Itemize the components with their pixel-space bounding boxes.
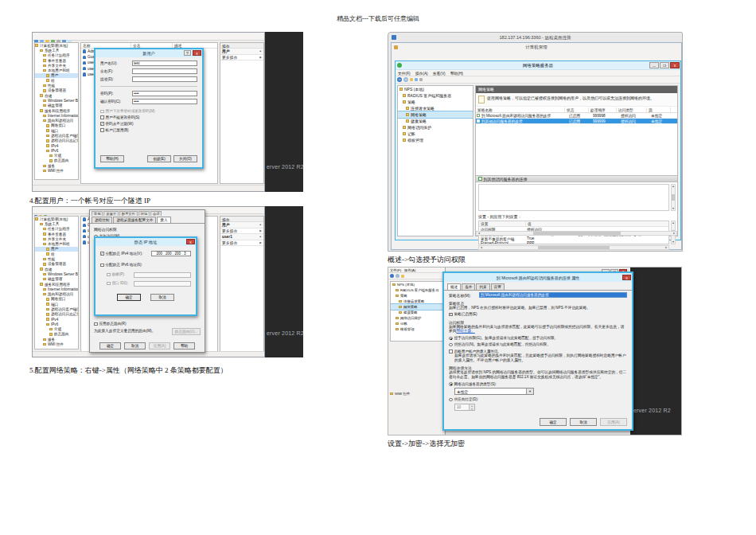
tree-item[interactable]: WMI 控件 bbox=[35, 342, 78, 346]
setting-row[interactable]: 更新不兼容的客户端 True bbox=[479, 236, 668, 241]
tree-item[interactable]: NPS (本地) bbox=[398, 86, 473, 92]
menu-item[interactable]: 文件(F) bbox=[396, 71, 413, 76]
tree-item[interactable]: NPS (本地) bbox=[391, 282, 442, 287]
scroll-down-icon[interactable]: ▼ bbox=[672, 240, 674, 244]
dialog-button[interactable]: 确定 bbox=[540, 418, 567, 426]
policy-name-input[interactable]: 到 Microsoft 路由和远程访问服务器的连接 bbox=[479, 292, 627, 298]
tree-item[interactable]: 模板管理 bbox=[398, 137, 473, 143]
tree-item[interactable]: 网络访问保护 bbox=[391, 315, 442, 321]
tree-item[interactable]: 健康策略 bbox=[391, 310, 442, 315]
tree-item[interactable]: 网络策略 bbox=[398, 111, 473, 118]
grant-access-radio[interactable]: 授予访问权限(G)。如果连接请求与此策略匹配，授予访问权限。 bbox=[449, 336, 627, 341]
dialog-button[interactable]: 帮助 bbox=[173, 342, 195, 350]
menu-item[interactable]: 查看(V) bbox=[431, 71, 448, 76]
pane-horizontal-scrollbar[interactable]: ◄► bbox=[476, 231, 677, 236]
create-button[interactable]: 创建(E) bbox=[147, 155, 171, 162]
scroll-down-icon[interactable]: ▼ bbox=[672, 207, 674, 210]
password-input[interactable]: •••• bbox=[132, 91, 197, 96]
fullname-input[interactable] bbox=[132, 68, 197, 74]
tree-item[interactable]: 记帐 bbox=[391, 321, 442, 326]
policy-row[interactable]: 到 Microsoft 路由和远程访问服务器的连接 已启用 999998 授权访… bbox=[476, 113, 677, 119]
tab[interactable]: 配置文件 bbox=[119, 211, 138, 216]
scroll-right-icon[interactable]: ► bbox=[673, 232, 676, 235]
tree-item[interactable]: 策略 bbox=[391, 293, 442, 299]
back-icon[interactable]: ⇦ bbox=[397, 77, 402, 82]
policy-column-header[interactable]: 源 bbox=[647, 107, 671, 112]
dialog-button[interactable]: 取消 bbox=[570, 418, 597, 426]
interface-id-checkbox[interactable]: 接口 ID(I): bbox=[107, 281, 134, 286]
interface-id-input[interactable] bbox=[134, 281, 191, 287]
close-icon[interactable]: x bbox=[670, 62, 680, 68]
back-icon[interactable] bbox=[390, 274, 394, 278]
tree-item[interactable]: RADIUS 客户端和服务器 bbox=[391, 287, 442, 293]
vendor-specific-radio[interactable]: 供应商特定(D): bbox=[449, 397, 627, 402]
horizontal-scrollbar[interactable]: ◄► bbox=[478, 245, 669, 250]
minimize-icon[interactable]: — bbox=[649, 62, 659, 68]
assign-ipv6-checkbox[interactable]: 分配静态 IPv6 地址(6): bbox=[100, 263, 191, 268]
tab[interactable]: 约束 bbox=[476, 283, 489, 290]
policy-column-header[interactable]: 访问类型 bbox=[617, 107, 647, 112]
scroll-up-icon[interactable]: ▲ bbox=[672, 221, 674, 225]
toolbar-icon[interactable] bbox=[401, 275, 404, 278]
close-icon[interactable]: x bbox=[193, 50, 201, 56]
tree-item[interactable]: 连接请求策略 bbox=[391, 299, 442, 304]
cancel-button[interactable]: 取消 bbox=[150, 294, 174, 301]
dialog-button[interactable]: 应用(A) bbox=[600, 418, 627, 426]
scroll-left-icon[interactable]: ◄ bbox=[477, 232, 480, 235]
tab[interactable]: 设置 bbox=[491, 283, 505, 290]
ipv4-address-input[interactable]: 200 . 200 . 200 . 3 bbox=[151, 251, 191, 256]
confirm-password-input[interactable]: •••• bbox=[132, 99, 197, 104]
tree-item[interactable]: 网络访问保护 bbox=[398, 124, 473, 131]
tab[interactable]: 会话 bbox=[150, 211, 162, 216]
static-routes-checkbox[interactable]: 应用静态路由(R) bbox=[94, 322, 201, 326]
setting-row[interactable]: Framed-Protocol PPP bbox=[479, 241, 668, 245]
action-row[interactable]: 更多操作 bbox=[220, 240, 263, 247]
tab[interactable]: 环境 bbox=[138, 211, 150, 216]
tab[interactable]: 常规 bbox=[92, 211, 103, 216]
chevron-down-icon[interactable]: ▼ bbox=[526, 389, 533, 394]
action-row[interactable]: 更多操作 bbox=[220, 228, 263, 235]
assign-ipv4-checkbox[interactable]: 分配静态 IPv4 地址(V): bbox=[100, 252, 151, 256]
menu-item[interactable]: 操作(A) bbox=[413, 71, 431, 76]
tab[interactable]: 概述 bbox=[447, 283, 461, 290]
policy-column-header[interactable]: 策略名称 bbox=[476, 107, 565, 112]
tab[interactable]: 条件 bbox=[462, 283, 475, 290]
prefix-checkbox[interactable]: 前缀(P): bbox=[107, 272, 134, 277]
close-icon[interactable]: x bbox=[186, 239, 195, 244]
checkbox-row[interactable]: 用户不能更改密码(S) bbox=[100, 115, 197, 120]
menu-item[interactable]: 文件(F) bbox=[388, 268, 403, 272]
tree-item[interactable]: 连接请求策略 bbox=[398, 105, 473, 111]
tree-item[interactable]: 网络策略 bbox=[391, 304, 442, 310]
nas-type-radio[interactable]: 网络访问服务器的类型(S): bbox=[449, 382, 627, 387]
dialog-button[interactable]: 取消 bbox=[124, 342, 146, 350]
deny-access-radio[interactable]: 拒绝访问(N)。如果连接请求与此策略匹配，拒绝访问权限。 bbox=[449, 342, 627, 347]
help-button[interactable]: 帮助(H) bbox=[100, 155, 124, 162]
tab[interactable]: 隶属于 bbox=[103, 211, 119, 216]
nas-type-dropdown[interactable]: 未指定 ▼ bbox=[454, 388, 534, 395]
toolbar-icon[interactable] bbox=[415, 78, 418, 81]
toolbar-icon[interactable] bbox=[410, 78, 413, 81]
action-row[interactable]: user1 bbox=[220, 234, 263, 240]
username-input[interactable]: test bbox=[132, 61, 197, 66]
menu-item[interactable]: 操作(A) bbox=[403, 268, 417, 272]
tree-item[interactable]: RADIUS 客户端和服务器 bbox=[398, 92, 473, 99]
checkbox-row[interactable]: 密码永不过期(W) bbox=[100, 122, 197, 127]
dialog-button[interactable]: 应用(A) bbox=[149, 342, 170, 350]
tree-item[interactable]: 模板管理 bbox=[391, 326, 442, 332]
policy-row[interactable]: 到其他访问服务器的连接 已启用 999999 授权访问 未指定 bbox=[476, 119, 677, 124]
actions-group-users[interactable]: 用户 bbox=[220, 49, 263, 55]
scroll-up-icon[interactable]: ▲ bbox=[672, 185, 674, 188]
help-link[interactable]: 帮助主题。 bbox=[456, 329, 474, 333]
toolbar-icon[interactable] bbox=[419, 78, 423, 81]
vendor-specific-spinner[interactable]: 10 ▲▼ bbox=[454, 404, 475, 411]
tree-item-wmi[interactable]: WMI 控件 bbox=[388, 391, 445, 396]
settings-col-key[interactable]: 设置 bbox=[479, 221, 524, 226]
tree-item[interactable]: 策略 bbox=[398, 99, 473, 105]
policy-column-header[interactable]: 处理顺序 bbox=[589, 107, 617, 112]
checkbox-row[interactable]: 帐户已禁用(B) bbox=[100, 128, 197, 133]
static-routes-button[interactable]: 静态路由(U)... bbox=[172, 328, 201, 335]
prefix-input[interactable] bbox=[134, 272, 191, 278]
scroll-right-icon[interactable]: ► bbox=[665, 246, 668, 249]
dialog-button[interactable]: 确定 bbox=[99, 342, 121, 350]
menu-item[interactable]: 帮助(H) bbox=[448, 71, 466, 76]
